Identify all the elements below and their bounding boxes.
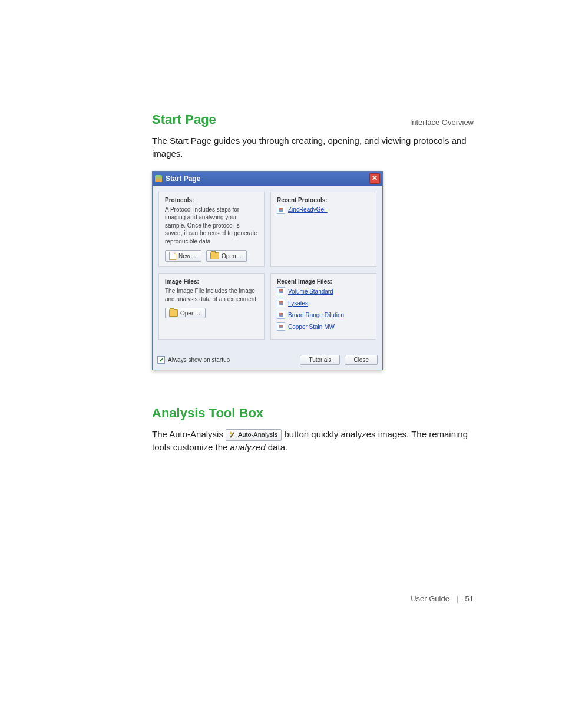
analyzed-italic: analyzed xyxy=(230,442,266,452)
auto-analysis-label: Auto-Analysis xyxy=(238,430,277,440)
protocols-title: Protocols: xyxy=(165,197,258,203)
footer-guide-label: User Guide xyxy=(411,594,449,603)
heading-analysis-tool-box: Analysis Tool Box xyxy=(152,406,482,421)
app-icon xyxy=(155,175,162,182)
folder-icon xyxy=(169,309,178,317)
dialog-footer: ✔ Always show on startup Tutorials Close xyxy=(153,351,382,370)
image-file-icon xyxy=(277,322,285,331)
analysis-paragraph: The Auto-Analysis Auto-Analysis button q… xyxy=(152,428,482,454)
recent-image-files-title: Recent Image Files: xyxy=(277,278,370,285)
image-files-title: Image Files: xyxy=(165,278,258,285)
image-files-panel: Image Files: The Image File includes the… xyxy=(158,273,265,340)
footer-separator: | xyxy=(457,594,458,603)
recent-protocols-panel: Recent Protocols: ZincReadyGel- xyxy=(270,192,376,268)
new-protocol-label: New… xyxy=(178,253,196,259)
tutorials-button[interactable]: Tutorials xyxy=(300,355,340,365)
recent-image-link[interactable]: Volume Standard xyxy=(288,288,333,295)
recent-protocols-title: Recent Protocols: xyxy=(277,197,370,203)
protocol-file-icon xyxy=(277,206,285,214)
checkbox-icon: ✔ xyxy=(157,356,165,364)
tutorials-label: Tutorials xyxy=(309,357,331,363)
recent-image-link[interactable]: Broad Range Dilution xyxy=(288,312,344,318)
dialog-titlebar: Start Page ✕ xyxy=(153,172,382,186)
folder-icon xyxy=(210,252,219,259)
analysis-text-before: The Auto-Analysis xyxy=(152,429,226,439)
heading-start-page: Start Page xyxy=(152,112,482,127)
dialog-title: Start Page xyxy=(166,174,200,183)
always-show-startup-checkbox[interactable]: ✔ Always show on startup xyxy=(157,356,230,364)
image-file-icon xyxy=(277,311,285,319)
new-protocol-button[interactable]: New… xyxy=(165,250,201,262)
close-button[interactable]: Close xyxy=(345,355,378,365)
recent-image-link[interactable]: Lysates xyxy=(288,300,308,307)
page-footer: User Guide | 51 xyxy=(411,594,474,603)
recent-image-item[interactable]: Copper Stain MW xyxy=(277,322,370,331)
protocols-panel: Protocols: A Protocol includes steps for… xyxy=(158,192,265,268)
wand-icon xyxy=(229,431,236,439)
recent-protocol-link[interactable]: ZincReadyGel- xyxy=(288,206,328,213)
analysis-text-after2: data. xyxy=(266,442,288,452)
document-icon xyxy=(169,252,176,260)
protocols-desc: A Protocol includes steps for imaging an… xyxy=(165,206,258,246)
image-files-desc: The Image File includes the image and an… xyxy=(165,287,258,303)
recent-image-item[interactable]: Lysates xyxy=(277,299,370,307)
start-page-dialog: Start Page ✕ Protocols: A Protocol inclu… xyxy=(152,171,383,371)
start-page-intro: The Start Page guides you through creati… xyxy=(152,134,482,160)
image-file-icon xyxy=(277,299,285,307)
recent-image-item[interactable]: Volume Standard xyxy=(277,287,370,295)
recent-image-link[interactable]: Copper Stain MW xyxy=(288,324,335,330)
recent-image-files-panel: Recent Image Files: Volume Standard Lysa… xyxy=(270,273,376,340)
open-image-button[interactable]: Open… xyxy=(165,308,206,318)
recent-protocol-item[interactable]: ZincReadyGel- xyxy=(277,206,370,214)
footer-page-number: 51 xyxy=(465,594,474,603)
open-protocol-label: Open… xyxy=(222,253,242,259)
recent-image-item[interactable]: Broad Range Dilution xyxy=(277,311,370,319)
close-label: Close xyxy=(353,357,369,363)
open-protocol-button[interactable]: Open… xyxy=(206,250,247,262)
always-show-label: Always show on startup xyxy=(168,357,230,363)
close-icon[interactable]: ✕ xyxy=(369,173,380,184)
open-image-label: Open… xyxy=(180,310,200,317)
auto-analysis-button[interactable]: Auto-Analysis xyxy=(226,429,282,441)
image-file-icon xyxy=(277,287,285,295)
